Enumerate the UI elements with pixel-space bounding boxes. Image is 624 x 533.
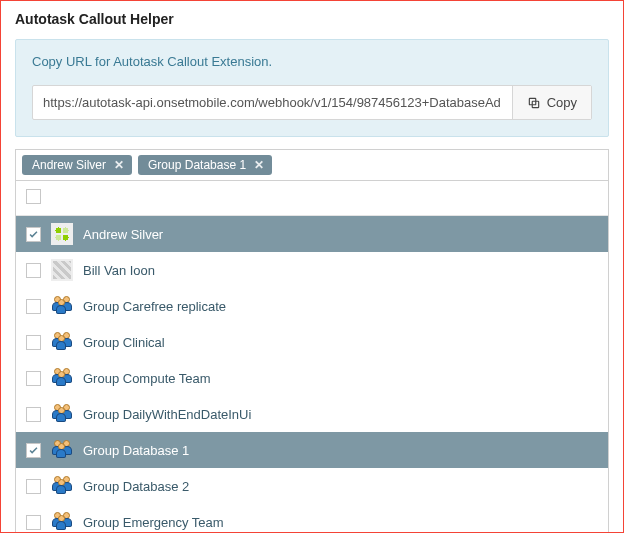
copy-icon bbox=[527, 96, 541, 110]
list-item-checkbox[interactable] bbox=[26, 371, 41, 386]
selected-tag: Andrew Silver✕ bbox=[22, 155, 132, 175]
list-item-label: Group Emergency Team bbox=[83, 515, 224, 530]
list-item[interactable]: Group DailyWithEndDateInUi bbox=[16, 396, 608, 432]
selected-tag: Group Database 1✕ bbox=[138, 155, 272, 175]
list-scroll-area[interactable]: Andrew SilverBill Van IoonGroup Carefree… bbox=[16, 216, 608, 533]
list-item-label: Group Carefree replicate bbox=[83, 299, 226, 314]
tag-remove-icon[interactable]: ✕ bbox=[254, 158, 264, 172]
tag-label: Group Database 1 bbox=[148, 158, 246, 172]
group-icon bbox=[51, 403, 73, 425]
group-icon bbox=[51, 439, 73, 461]
list-item[interactable]: Group Carefree replicate bbox=[16, 288, 608, 324]
tag-remove-icon[interactable]: ✕ bbox=[114, 158, 124, 172]
list-item-label: Group Database 2 bbox=[83, 479, 189, 494]
list-item-checkbox[interactable] bbox=[26, 299, 41, 314]
list-item-checkbox[interactable] bbox=[26, 443, 41, 458]
user-avatar-icon bbox=[51, 259, 73, 281]
list-item[interactable]: Group Emergency Team bbox=[16, 504, 608, 533]
tag-label: Andrew Silver bbox=[32, 158, 106, 172]
list-item-checkbox[interactable] bbox=[26, 227, 41, 242]
list-item-label: Andrew Silver bbox=[83, 227, 163, 242]
list-item[interactable]: Group Database 2 bbox=[16, 468, 608, 504]
url-row: Copy bbox=[32, 85, 592, 120]
select-all-checkbox[interactable] bbox=[26, 189, 41, 204]
list-item[interactable]: Group Database 1 bbox=[16, 432, 608, 468]
select-all-row bbox=[16, 181, 608, 216]
list-item-checkbox[interactable] bbox=[26, 335, 41, 350]
group-icon bbox=[51, 331, 73, 353]
info-panel: Copy URL for Autotask Callout Extension.… bbox=[15, 39, 609, 137]
list-item[interactable]: Group Clinical bbox=[16, 324, 608, 360]
info-text: Copy URL for Autotask Callout Extension. bbox=[32, 54, 592, 69]
list-item-label: Group Clinical bbox=[83, 335, 165, 350]
user-avatar-icon bbox=[51, 223, 73, 245]
group-icon bbox=[51, 511, 73, 533]
list-item-checkbox[interactable] bbox=[26, 407, 41, 422]
group-icon bbox=[51, 475, 73, 497]
list-item[interactable]: Group Compute Team bbox=[16, 360, 608, 396]
copy-button-label: Copy bbox=[547, 95, 577, 110]
list-item-checkbox[interactable] bbox=[26, 263, 41, 278]
list-item-label: Group DailyWithEndDateInUi bbox=[83, 407, 251, 422]
list-item-checkbox[interactable] bbox=[26, 479, 41, 494]
url-input[interactable] bbox=[33, 86, 512, 119]
list-container: Andrew Silver✕Group Database 1✕ Andrew S… bbox=[15, 149, 609, 533]
list-item[interactable]: Andrew Silver bbox=[16, 216, 608, 252]
tag-bar: Andrew Silver✕Group Database 1✕ bbox=[16, 150, 608, 181]
list-item-label: Group Database 1 bbox=[83, 443, 189, 458]
group-icon bbox=[51, 367, 73, 389]
list-item-checkbox[interactable] bbox=[26, 515, 41, 530]
copy-button[interactable]: Copy bbox=[512, 86, 591, 119]
list-item-label: Group Compute Team bbox=[83, 371, 211, 386]
list-item-label: Bill Van Ioon bbox=[83, 263, 155, 278]
group-icon bbox=[51, 295, 73, 317]
list-item[interactable]: Bill Van Ioon bbox=[16, 252, 608, 288]
page-title: Autotask Callout Helper bbox=[1, 1, 623, 35]
